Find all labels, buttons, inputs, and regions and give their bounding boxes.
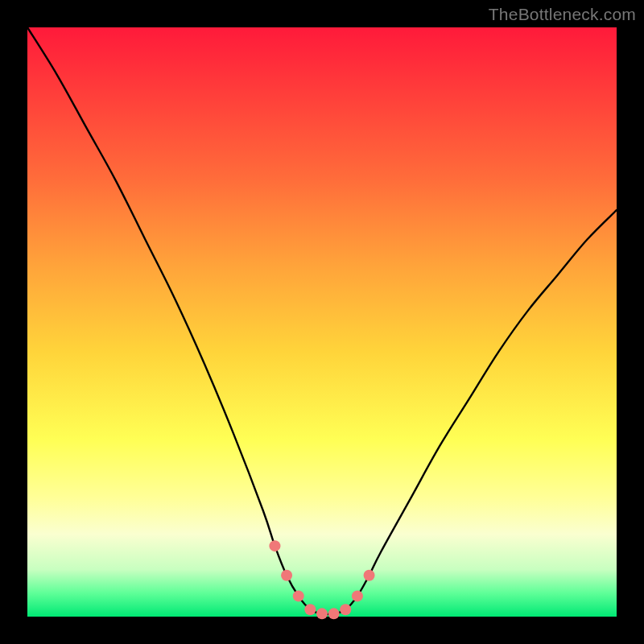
chart-stage: TheBottleneck.com	[0, 0, 644, 644]
watermark-text: TheBottleneck.com	[489, 5, 636, 24]
bottleneck-curve	[27, 27, 617, 614]
curve-marker	[364, 570, 375, 581]
plot-area	[27, 27, 617, 617]
curve-marker	[269, 540, 280, 551]
curve-marker	[293, 590, 304, 601]
curve-marker	[304, 604, 316, 615]
curve-marker	[352, 590, 363, 601]
chart-svg	[27, 27, 617, 617]
curve-marker	[316, 608, 328, 619]
curve-markers	[269, 540, 374, 619]
curve-marker	[328, 608, 340, 619]
curve-marker	[340, 604, 351, 615]
curve-marker	[281, 570, 292, 581]
